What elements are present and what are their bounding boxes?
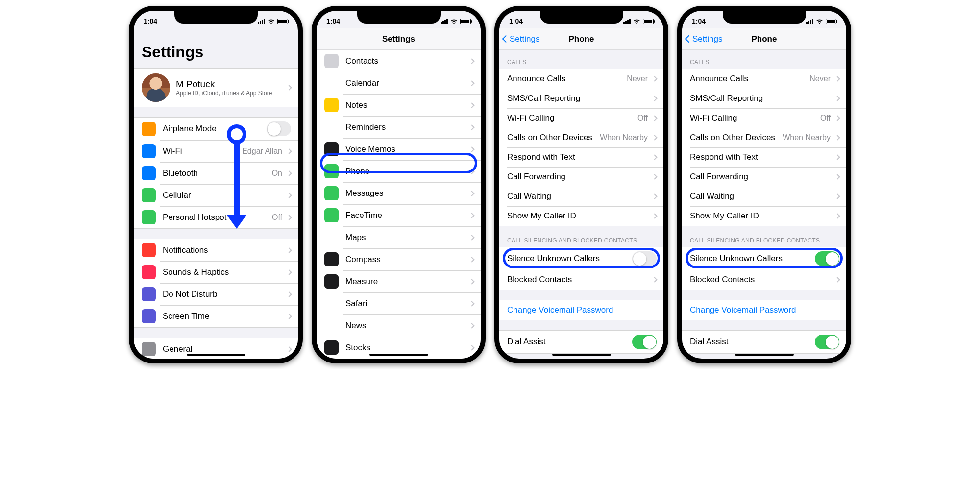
settings-row-news[interactable]: News — [317, 314, 481, 337]
message-icon — [324, 186, 339, 200]
row-silence-unknown[interactable]: Silence Unknown Callers — [499, 247, 663, 270]
row-change-voicemail-password[interactable]: Change Voicemail Password — [682, 300, 846, 320]
chevron-right-icon — [469, 80, 474, 86]
row-otherdevices[interactable]: Calls on Other Devices When Nearby — [499, 128, 663, 147]
row-label: Measure — [345, 277, 468, 287]
settings-row-sounds[interactable]: Sounds & Haptics — [134, 261, 298, 283]
facetime-icon — [324, 208, 339, 222]
dial-assist-switch[interactable] — [815, 335, 839, 349]
row-label: Do Not Disturb — [163, 290, 285, 299]
row-callerid[interactable]: Show My Caller ID — [499, 206, 663, 226]
row-label: News — [345, 321, 468, 331]
row-smsreport[interactable]: SMS/Call Reporting — [499, 89, 663, 108]
settings-row-safari[interactable]: Safari — [317, 292, 481, 314]
chevron-right-icon — [834, 277, 840, 282]
row-label: Silence Unknown Callers — [507, 254, 632, 264]
chevron-right-icon — [469, 191, 474, 196]
wifi-icon — [268, 19, 275, 24]
row-label: Calls on Other Devices — [507, 133, 600, 143]
row-label: Phone — [345, 167, 468, 176]
row-smsreport[interactable]: SMS/Call Reporting — [682, 89, 846, 108]
back-button[interactable]: Settings — [686, 34, 722, 44]
row-respond[interactable]: Respond with Text — [499, 147, 663, 167]
row-forwarding[interactable]: Call Forwarding — [682, 167, 846, 187]
settings-row-phone[interactable]: Phone — [317, 160, 481, 182]
airplane-switch[interactable] — [267, 121, 291, 136]
row-label: Call Waiting — [690, 192, 833, 201]
row-dial-assist[interactable]: Dial Assist — [499, 331, 663, 353]
row-waiting[interactable]: Call Waiting — [682, 187, 846, 206]
row-label: Dial Assist — [507, 337, 632, 347]
row-label: Personal Hotspot — [163, 213, 272, 222]
settings-row-measure[interactable]: Measure — [317, 270, 481, 292]
chevron-right-icon — [652, 213, 657, 218]
silence-unknown-switch[interactable] — [632, 251, 657, 266]
row-label: SMS/Call Reporting — [507, 94, 651, 103]
settings-row-facetime[interactable]: FaceTime — [317, 204, 481, 226]
chevron-right-icon — [469, 279, 474, 284]
back-button[interactable]: Settings — [503, 34, 539, 44]
chevron-right-icon — [286, 85, 292, 90]
chevron-right-icon — [652, 76, 657, 81]
wifi-icon — [142, 144, 156, 158]
row-label: Wi-Fi Calling — [690, 113, 820, 123]
chevron-right-icon — [469, 102, 474, 108]
settings-row-screentime[interactable]: Screen Time — [134, 305, 298, 327]
settings-row-reminders[interactable]: Reminders — [317, 116, 481, 138]
row-blocked-contacts[interactable]: Blocked Contacts — [499, 270, 663, 290]
row-wificalling[interactable]: Wi-Fi Calling Off — [499, 108, 663, 128]
chevron-right-icon — [286, 346, 292, 352]
wifi-icon — [816, 19, 823, 24]
settings-row-maps[interactable]: Maps — [317, 226, 481, 248]
row-dial-assist[interactable]: Dial Assist — [682, 331, 846, 353]
back-label: Settings — [510, 34, 539, 44]
settings-row-voicememos[interactable]: Voice Memos — [317, 138, 481, 160]
row-blocked-contacts[interactable]: Blocked Contacts — [682, 270, 846, 290]
settings-row-contacts[interactable]: Contacts — [317, 50, 481, 72]
chevron-right-icon — [469, 323, 474, 328]
chevron-right-icon — [286, 148, 292, 154]
settings-row-wifi[interactable]: Wi-Fi Edgar Allan — [134, 140, 298, 162]
settings-row-compass[interactable]: Compass — [317, 248, 481, 270]
wifi-icon — [633, 19, 640, 24]
row-callerid[interactable]: Show My Caller ID — [682, 206, 846, 226]
settings-row-bluetooth[interactable]: Bluetooth On — [134, 162, 298, 184]
status-time: 1:04 — [509, 17, 523, 25]
row-silence-unknown[interactable]: Silence Unknown Callers — [682, 247, 846, 270]
row-waiting[interactable]: Call Waiting — [499, 187, 663, 206]
row-forwarding[interactable]: Call Forwarding — [499, 167, 663, 187]
row-announce[interactable]: Announce Calls Never — [682, 69, 846, 89]
hotspot-icon — [142, 210, 156, 224]
row-announce[interactable]: Announce Calls Never — [499, 69, 663, 89]
chevron-right-icon — [286, 269, 292, 275]
row-label: Blocked Contacts — [507, 275, 651, 285]
chevron-right-icon — [834, 115, 840, 121]
row-otherdevices[interactable]: Calls on Other Devices When Nearby — [682, 128, 846, 147]
row-wificalling[interactable]: Wi-Fi Calling Off — [682, 108, 846, 128]
row-detail: Never — [809, 74, 831, 83]
bell-icon — [142, 243, 156, 257]
row-detail: When Nearby — [600, 133, 648, 142]
waveform-icon — [324, 142, 339, 156]
settings-row-calendar[interactable]: Calendar — [317, 72, 481, 94]
row-respond[interactable]: Respond with Text — [682, 147, 846, 167]
settings-row-messages[interactable]: Messages — [317, 182, 481, 204]
row-label: Change Voicemail Password — [690, 305, 839, 315]
silence-unknown-switch[interactable] — [815, 251, 839, 266]
settings-row-cellular[interactable]: Cellular — [134, 184, 298, 206]
dial-assist-switch[interactable] — [632, 335, 657, 349]
row-change-voicemail-password[interactable]: Change Voicemail Password — [499, 300, 663, 320]
chevron-right-icon — [834, 193, 840, 199]
compass-icon — [324, 252, 339, 266]
chevron-right-icon — [286, 291, 292, 297]
settings-row-notifications[interactable]: Notifications — [134, 239, 298, 261]
row-label: Screen Time — [163, 312, 285, 321]
apple-id-row[interactable]: M Potuck Apple ID, iCloud, iTunes & App … — [134, 69, 298, 107]
settings-row-airplane[interactable]: Airplane Mode — [134, 118, 298, 140]
settings-row-dnd[interactable]: Do Not Disturb — [134, 283, 298, 305]
chevron-right-icon — [469, 169, 474, 174]
settings-row-hotspot[interactable]: Personal Hotspot Off — [134, 206, 298, 228]
settings-row-notes[interactable]: Notes — [317, 94, 481, 116]
battery-icon — [277, 19, 288, 24]
chevron-right-icon — [652, 174, 657, 179]
